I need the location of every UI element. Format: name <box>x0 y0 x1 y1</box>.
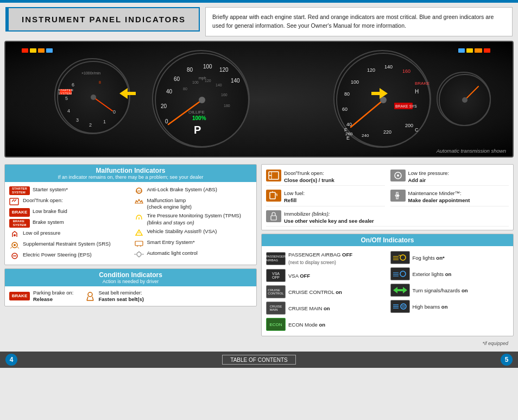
svg-line-61 <box>14 199 16 202</box>
starter-text: Starter system* <box>33 186 68 193</box>
svg-text:240: 240 <box>362 133 369 138</box>
service-maintenance: Maintenance Minder™:Make dealer appointm… <box>390 188 509 206</box>
dash-red-indicator-2 <box>484 48 490 53</box>
top-section: INSTRUMENT PANEL INDICATORS Briefly appe… <box>0 3 518 41</box>
highbeam-icon <box>390 300 410 313</box>
malfunction-subheader: If an indicator remains on, there may be… <box>9 174 252 180</box>
svg-point-64 <box>14 244 16 246</box>
svg-text:220: 220 <box>383 129 391 135</box>
toc-link[interactable]: TABLE OF CONTENTS <box>222 355 295 365</box>
condition-header: Condition Indicators Action is needed by… <box>5 269 256 286</box>
indicator-alc: Automatic light control <box>134 249 252 260</box>
svg-rect-90 <box>270 192 275 199</box>
immobilizer-text: Immobilizer (blinks):Use other vehicle k… <box>284 210 374 225</box>
onoff-grid: PASSENGERAIRBAG PASSENGER AIRBAG OFF(nex… <box>266 249 509 333</box>
onoff-col-left: PASSENGERAIRBAG PASSENGER AIRBAG OFF(nex… <box>266 249 385 333</box>
svg-text:8: 8 <box>99 80 101 84</box>
svg-text:F: F <box>344 127 348 133</box>
svg-point-32 <box>199 97 205 103</box>
onoff-header: On/Off Indicators <box>262 234 513 246</box>
speedometer-gauge: 60 80 100 120 140 40 20 0 mph 80 100 120… <box>152 50 250 148</box>
svg-text:×1000r/min: ×1000r/min <box>81 71 100 75</box>
passenger-airbag-icon: PASSENGERAIRBAG <box>266 252 286 265</box>
condition-seatbelt: Seat belt reminder:Fasten seat belt(s) <box>84 290 143 303</box>
svg-text:140: 140 <box>216 83 222 87</box>
svg-text:100: 100 <box>351 79 359 85</box>
bottom-sections: Malfunction Indicators If an indicator r… <box>0 161 518 351</box>
malfunction-panel: Malfunction Indicators If an indicator r… <box>4 164 257 265</box>
brake-system-badge: BRAKESYSTEM <box>9 219 30 228</box>
brake-fluid-text: Low brake fluid <box>33 208 67 215</box>
dashboard-caption: Automatic transmission shown <box>437 148 506 154</box>
right-panels: Door/Trunk open:Close door(s) / trunk Lo… <box>261 164 514 348</box>
abs-text: Anti-Lock Brake System (ABS) <box>147 186 217 193</box>
service-immobilizer: Immobilizer (blinks):Use other vehicle k… <box>266 209 509 227</box>
onoff-econ: ECON ECON Mode on <box>266 316 385 333</box>
service-grid: Door/Trunk open:Close door(s) / trunk Lo… <box>266 168 509 227</box>
svg-text:H: H <box>415 89 419 95</box>
svg-marker-104 <box>399 287 407 293</box>
left-panels: Malfunction Indicators If an indicator r… <box>4 164 257 348</box>
svg-text:120: 120 <box>219 67 229 73</box>
page-title: INSTRUMENT PANEL INDICATORS <box>22 15 186 24</box>
svg-text:60: 60 <box>342 106 348 112</box>
indicator-brake-system: BRAKESYSTEM Brake system <box>9 218 128 229</box>
cruise-control-icon: CRUISECONTROL <box>266 285 286 298</box>
srs-text: Supplemental Restraint System (SRS) <box>23 241 111 247</box>
svg-text:180: 180 <box>224 104 230 108</box>
door-action: Close door(s) / trunk <box>284 177 334 184</box>
service-door: Door/Trunk open:Close door(s) / trunk <box>266 168 385 186</box>
indicator-vsa: Vehicle Stability Assist® (VSA) <box>134 227 252 238</box>
svg-rect-109 <box>402 305 405 308</box>
page-wrapper: INSTRUMENT PANEL INDICATORS Briefly appe… <box>0 0 518 368</box>
immobilizer-action: Use other vehicle key and see dealer <box>284 217 374 224</box>
svg-point-89 <box>397 174 399 177</box>
vsa-text: Vehicle Stability Assist® (VSA) <box>147 228 217 235</box>
svg-text:BRAKE SYS: BRAKE SYS <box>395 104 417 108</box>
svg-line-66 <box>17 247 19 248</box>
check-engine-icon <box>134 197 144 206</box>
oil-text: Low oil pressure <box>23 230 60 236</box>
cruise-main-text: CRUISE MAIN on <box>288 305 330 312</box>
svg-text:BRAKE: BRAKE <box>415 81 429 86</box>
door-icon-box <box>266 170 281 181</box>
oil-icon <box>9 230 20 239</box>
svg-point-102 <box>400 271 406 277</box>
maintenance-text: Maintenance Minder™:Make dealer appointm… <box>408 190 470 204</box>
svg-line-50 <box>351 100 383 127</box>
svg-text:ABS: ABS <box>136 190 142 193</box>
toc-text: TABLE OF CONTENTS <box>230 357 287 363</box>
onoff-col-right: Fog lights on* Exterior lights on <box>390 249 509 333</box>
tpms-text: Tire Pressure Monitoring System (TPMS) (… <box>147 212 252 226</box>
check-engine-text: Malfunction lamp(check engine light) <box>147 197 192 211</box>
indicator-tpms: Tire Pressure Monitoring System (TPMS) (… <box>134 211 252 227</box>
parking-brake-text: Parking brake on:Release <box>33 290 73 303</box>
indicator-starter: STARTERSYSTEM Starter system* <box>9 185 128 196</box>
fuel-gauge <box>437 72 491 126</box>
alc-icon <box>134 250 144 259</box>
footnote: *if equipped <box>261 340 514 347</box>
vsa-indicator-icon <box>134 228 144 237</box>
svg-text:80: 80 <box>183 87 187 91</box>
svg-text:120: 120 <box>205 79 211 83</box>
onoff-title: On/Off Indicators <box>361 236 414 244</box>
dashboard-inner: 6 5 4 3 2 1 0 ×1000r/min 8 STARTERSYSTE <box>5 42 513 156</box>
condition-body: BRAKE Parking brake on:Release Seat belt… <box>5 286 256 306</box>
onoff-cruise-main: CRUISEMAIN CRUISE MAIN on <box>266 300 385 316</box>
svg-text:100%: 100% <box>192 115 206 121</box>
maintenance-icon-box <box>390 190 406 202</box>
svg-point-56 <box>462 97 468 103</box>
service-body: Door/Trunk open:Close door(s) / trunk Lo… <box>262 165 513 230</box>
onoff-ext-lights: Exterior lights on <box>390 266 509 282</box>
condition-subheader: Action is needed by driver <box>9 279 252 284</box>
indicator-abs: ABS Anti-Lock Brake System (ABS) <box>134 185 252 196</box>
svg-text:OILLIFE: OILLIFE <box>188 110 205 115</box>
svg-line-60 <box>12 199 14 202</box>
indicator-check-engine: Malfunction lamp(check engine light) <box>134 196 252 212</box>
parking-brake-badge: BRAKE <box>9 292 30 300</box>
signals-icon <box>390 284 410 297</box>
indicator-eps: Electric Power Steering (EPS) <box>9 250 128 261</box>
svg-line-9 <box>93 97 112 111</box>
svg-text:80: 80 <box>344 91 350 97</box>
ext-lights-icon <box>390 267 410 280</box>
